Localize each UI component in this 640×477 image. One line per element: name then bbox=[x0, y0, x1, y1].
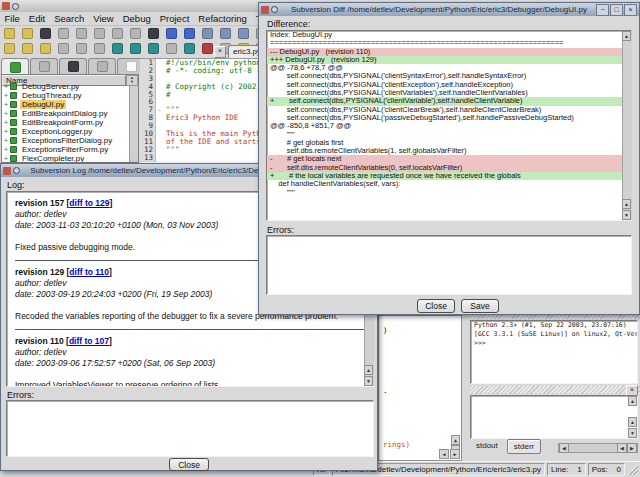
search-prev-icon[interactable] bbox=[147, 42, 160, 55]
errors-textarea[interactable] bbox=[6, 400, 374, 457]
tree-item[interactable]: + DebugServer.py bbox=[2, 82, 130, 91]
tree-scrollbar[interactable] bbox=[129, 86, 138, 162]
expander-icon[interactable]: + bbox=[2, 119, 10, 126]
close-icon[interactable]: × bbox=[624, 4, 637, 16]
python-shell[interactable]: Python 2.3+ (#1, Sep 22 2003, 23:07:16)[… bbox=[470, 320, 638, 384]
resize-grip[interactable] bbox=[627, 464, 638, 475]
scroll-up-icon[interactable]: ▲ bbox=[622, 199, 631, 209]
tree-item[interactable]: + DebugThread.py bbox=[2, 91, 130, 100]
horizontal-scrollbar[interactable]: ◀ ◀ ▶ bbox=[558, 443, 638, 453]
close-tab-icon[interactable]: × bbox=[214, 46, 226, 58]
search-icon[interactable] bbox=[111, 42, 124, 55]
menu-item[interactable]: Search bbox=[50, 12, 89, 25]
scroll-down-icon[interactable]: ▼ bbox=[622, 210, 631, 220]
fold-marker-icon[interactable] bbox=[156, 154, 163, 162]
editor-fragment-pane[interactable]: ) . rings) ▲ ▼ ◀ ▶ bbox=[378, 315, 462, 461]
line-number[interactable]: 13 bbox=[140, 154, 156, 162]
tab-stdout[interactable]: stdout bbox=[470, 439, 504, 452]
menu-item[interactable]: Debug bbox=[118, 12, 155, 25]
fold-marker-icon[interactable] bbox=[156, 138, 163, 146]
goto-icon[interactable] bbox=[165, 42, 178, 55]
scroll-left-icon[interactable]: ◀ bbox=[617, 443, 627, 453]
tree-item[interactable]: + EditBreakpointForm.py bbox=[2, 118, 130, 127]
scroll-left-icon[interactable]: ◀ bbox=[439, 449, 449, 459]
titlebar-sticky-icon[interactable] bbox=[13, 167, 20, 174]
expander-icon[interactable]: + bbox=[2, 155, 10, 162]
scroll-right-icon[interactable]: ▶ bbox=[627, 443, 637, 453]
tree-item[interactable]: + ExceptionsFilterDialog.py bbox=[2, 136, 130, 145]
tree-item[interactable]: + EditBreakpointDialog.py bbox=[2, 109, 130, 118]
tab-debug-viewer[interactable] bbox=[59, 58, 87, 74]
fold-marker-icon[interactable] bbox=[156, 91, 163, 99]
tree-item[interactable]: + FlexCompleter.py bbox=[2, 154, 130, 162]
copy-icon[interactable] bbox=[219, 27, 232, 40]
new-icon[interactable] bbox=[3, 27, 16, 40]
tree-item[interactable]: + DebugUI.py bbox=[2, 100, 130, 109]
tab-class-browser[interactable] bbox=[30, 58, 58, 74]
fold-marker-icon[interactable] bbox=[156, 122, 163, 130]
task-output-pane[interactable]: ▲ ▲ ▼ bbox=[470, 395, 638, 439]
scroll-down-icon[interactable]: ▼ bbox=[364, 376, 373, 386]
expander-icon[interactable]: + bbox=[2, 146, 10, 153]
menu-item[interactable]: Edit bbox=[24, 12, 49, 25]
expander-icon[interactable]: + bbox=[2, 83, 10, 90]
save-project-icon[interactable] bbox=[39, 42, 52, 55]
fold-marker-icon[interactable] bbox=[156, 59, 163, 67]
redo-icon[interactable] bbox=[183, 27, 196, 40]
expander-icon[interactable]: + bbox=[2, 137, 10, 144]
tree-item[interactable]: + ExceptionLogger.py bbox=[2, 127, 130, 136]
search-files-icon[interactable] bbox=[183, 42, 196, 55]
menu-item[interactable]: Refactoring bbox=[194, 12, 252, 25]
diff-scrollbar[interactable]: ▲ ▲ ▼ bbox=[622, 31, 632, 220]
revert-icon[interactable] bbox=[129, 27, 142, 40]
expander-icon[interactable]: + bbox=[2, 128, 10, 135]
open-project-icon[interactable] bbox=[3, 42, 16, 55]
dock-handle[interactable]: × bbox=[470, 386, 640, 394]
maximize-icon[interactable]: □ bbox=[610, 4, 623, 16]
close-button[interactable]: Close bbox=[417, 299, 455, 313]
fold-marker-icon[interactable] bbox=[156, 130, 163, 138]
expander-icon[interactable]: + bbox=[2, 101, 10, 108]
scroll-up-icon[interactable]: ▲ bbox=[628, 417, 637, 427]
scroll-left-icon[interactable]: ◀ bbox=[559, 443, 569, 453]
tree-item[interactable]: + ExceptionsFilterForm.py bbox=[2, 145, 130, 154]
close-icon[interactable] bbox=[39, 27, 52, 40]
scroll-up-icon[interactable]: ▲ bbox=[451, 435, 460, 445]
diff-link[interactable]: diff to 110 bbox=[69, 267, 109, 277]
fold-marker-icon[interactable] bbox=[156, 114, 163, 122]
titlebar-sticky-icon[interactable] bbox=[12, 3, 19, 10]
errors-textarea[interactable] bbox=[266, 235, 632, 295]
scroll-up-icon[interactable]: ▲ bbox=[628, 396, 637, 406]
fold-marker-icon[interactable] bbox=[156, 67, 163, 75]
fold-marker-icon[interactable] bbox=[156, 146, 163, 154]
fold-marker-icon[interactable] bbox=[156, 83, 163, 91]
diff-link[interactable]: diff to 129 bbox=[69, 198, 109, 208]
paste-icon[interactable] bbox=[237, 27, 250, 40]
quit-icon[interactable] bbox=[147, 27, 160, 40]
vcs-update-icon[interactable] bbox=[57, 42, 70, 55]
expander-icon[interactable]: + bbox=[2, 92, 10, 99]
vcs-commit-icon[interactable] bbox=[75, 42, 88, 55]
diff-link[interactable]: diff to 107 bbox=[69, 336, 109, 346]
scroll-up-icon[interactable]: ▲ bbox=[364, 365, 373, 375]
undo-icon[interactable] bbox=[165, 27, 178, 40]
print-preview-icon[interactable] bbox=[111, 27, 124, 40]
menu-item[interactable]: File bbox=[0, 12, 24, 25]
splitter-handle[interactable] bbox=[462, 315, 470, 461]
fold-marker-icon[interactable] bbox=[156, 98, 163, 106]
tab-file-browser[interactable] bbox=[1, 58, 29, 75]
diff-textarea[interactable]: Index: DebugUI.py=======================… bbox=[266, 30, 632, 221]
save-button[interactable]: Save bbox=[461, 299, 499, 313]
fold-marker-icon[interactable]: - bbox=[156, 106, 163, 114]
menu-item[interactable]: Project bbox=[155, 12, 194, 25]
close-project-icon[interactable] bbox=[21, 42, 34, 55]
minimize-icon[interactable]: − bbox=[596, 4, 609, 16]
diff-titlebar[interactable]: Subversion Diff /home/detlev/Development… bbox=[259, 3, 639, 16]
print-icon[interactable] bbox=[93, 27, 106, 40]
save-as-icon[interactable] bbox=[75, 27, 88, 40]
scroll-up-icon[interactable]: ▲ bbox=[622, 31, 631, 41]
tab-stderr[interactable]: stderr bbox=[507, 439, 541, 454]
titlebar-sticky-icon[interactable] bbox=[271, 6, 278, 13]
scroll-right-icon[interactable]: ▶ bbox=[450, 449, 460, 459]
vcs-status-icon[interactable] bbox=[93, 42, 106, 55]
